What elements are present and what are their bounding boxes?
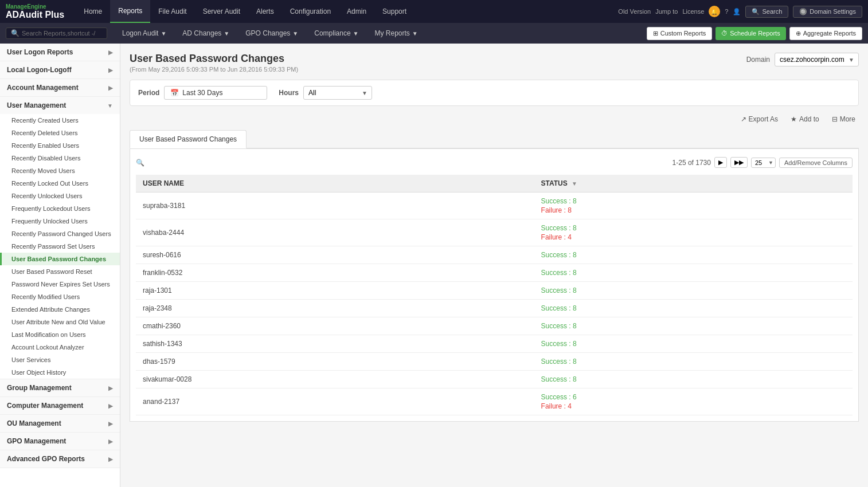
old-version-link[interactable]: Old Version bbox=[618, 8, 651, 15]
custom-reports-button[interactable]: ⊞ Custom Reports bbox=[647, 27, 712, 40]
sidebar-header-ou-mgmt[interactable]: OU Management ▶ bbox=[0, 415, 120, 432]
sidebar-header-user-mgmt[interactable]: User Management ▼ bbox=[0, 97, 120, 114]
nav-file-audit[interactable]: File Audit bbox=[150, 0, 194, 23]
sidebar-item-recently-deleted[interactable]: Recently Deleted Users bbox=[0, 127, 120, 139]
nav-alerts[interactable]: Alerts bbox=[248, 0, 282, 23]
notification-icon[interactable]: 🔔 bbox=[709, 6, 720, 17]
sidebar-item-user-based-pwd-reset[interactable]: User Based Password Reset bbox=[0, 265, 120, 278]
hours-dropdown[interactable]: All bbox=[303, 86, 372, 100]
sidebar-item-user-services[interactable]: User Services bbox=[0, 354, 120, 366]
sidebar-header-user-logon[interactable]: User Logon Reports ▶ bbox=[0, 44, 120, 61]
user-icon[interactable]: 👤 bbox=[733, 8, 741, 15]
nav-admin[interactable]: Admin bbox=[339, 0, 374, 23]
search-box[interactable]: 🔍 bbox=[6, 28, 107, 39]
export-as-button[interactable]: ↗ Export As bbox=[737, 113, 781, 125]
subnav-ad-changes[interactable]: AD Changes ▼ bbox=[175, 23, 236, 44]
sidebar-item-recently-modified[interactable]: Recently Modified Users bbox=[0, 290, 120, 303]
sidebar-header-advanced-gpo[interactable]: Advanced GPO Reports ▶ bbox=[0, 450, 120, 468]
logon-audit-arrow: ▼ bbox=[161, 30, 166, 37]
status-cell: Success : 8 bbox=[541, 340, 846, 348]
nav-support[interactable]: Support bbox=[374, 0, 415, 23]
status-success-text: Success : 8 bbox=[541, 340, 846, 348]
table-row: anand-2137Success : 6Failure : 4 bbox=[136, 388, 853, 415]
status-success-text: Success : 8 bbox=[541, 251, 846, 259]
sidebar-header-group-mgmt[interactable]: Group Management ▶ bbox=[0, 379, 120, 396]
table-tabs: User Based Password Changes bbox=[130, 130, 859, 148]
domain-label: Domain bbox=[746, 56, 770, 64]
content-area: User Based Password Changes (From May 29… bbox=[120, 44, 868, 487]
sidebar-item-account-lockout[interactable]: Account Lockout Analyzer bbox=[0, 341, 120, 354]
license-link[interactable]: License bbox=[682, 8, 704, 15]
action-buttons: ⊞ Custom Reports ⏱ Schedule Reports ⊕ Ag… bbox=[647, 27, 862, 40]
table-header: USER NAME STATUS ▼ bbox=[136, 175, 853, 193]
computer-mgmt-arrow: ▶ bbox=[108, 403, 113, 409]
subnav-gpo-changes[interactable]: GPO Changes ▼ bbox=[238, 23, 305, 44]
sidebar-header-computer-mgmt[interactable]: Computer Management ▶ bbox=[0, 397, 120, 414]
nav-reports[interactable]: Reports bbox=[110, 0, 150, 23]
sidebar-item-recently-enabled[interactable]: Recently Enabled Users bbox=[0, 139, 120, 152]
nav-home[interactable]: Home bbox=[76, 0, 110, 23]
last-page-button[interactable]: ▶▶ bbox=[730, 157, 748, 168]
cell-username: cmathi-2360 bbox=[136, 317, 534, 335]
cell-username: vishaba-2444 bbox=[136, 219, 534, 246]
top-bar: ManageEngine ADAudit Plus Home Reports F… bbox=[0, 0, 868, 23]
sidebar-item-recently-disabled[interactable]: Recently Disabled Users bbox=[0, 152, 120, 164]
nav-configuration[interactable]: Configuration bbox=[282, 0, 339, 23]
status-success-text: Success : 8 bbox=[541, 375, 846, 383]
nav-server-audit[interactable]: Server Audit bbox=[195, 0, 248, 23]
subnav-logon-audit[interactable]: Logon Audit ▼ bbox=[115, 23, 173, 44]
sidebar-item-pwd-never-expires[interactable]: Password Never Expires Set Users bbox=[0, 278, 120, 290]
per-page-select[interactable]: 25 50 100 bbox=[751, 158, 776, 168]
search-input[interactable] bbox=[22, 30, 102, 37]
subnav-my-reports[interactable]: My Reports ▼ bbox=[368, 23, 425, 44]
hours-filter: Hours All bbox=[279, 86, 372, 100]
add-remove-columns-button[interactable]: Add/Remove Columns bbox=[779, 158, 853, 168]
tab-user-based-pwd[interactable]: User Based Password Changes bbox=[130, 130, 247, 148]
sidebar-header-gpo-mgmt[interactable]: GPO Management ▶ bbox=[0, 433, 120, 450]
col-status[interactable]: STATUS ▼ bbox=[534, 175, 853, 193]
sidebar-header-local-logon[interactable]: Local Logon-Logoff ▶ bbox=[0, 61, 120, 78]
calendar-icon: 📅 bbox=[170, 89, 179, 97]
search-button[interactable]: 🔍 Search bbox=[745, 6, 788, 18]
table-row: raja-2348Success : 8 bbox=[136, 300, 853, 317]
sidebar-item-user-object-history[interactable]: User Object History bbox=[0, 366, 120, 379]
cell-status: Success : 8 bbox=[534, 335, 853, 353]
data-table-wrapper: 🔍 1-25 of 1730 ▶ ▶▶ 25 50 100 Add/Remove… bbox=[130, 148, 859, 422]
sidebar-item-last-modification[interactable]: Last Modification on Users bbox=[0, 328, 120, 341]
sidebar-item-recently-locked[interactable]: Recently Locked Out Users bbox=[0, 177, 120, 190]
col-username: USER NAME bbox=[136, 175, 534, 193]
table-row: cmathi-2360Success : 8 bbox=[136, 317, 853, 335]
sidebar-item-user-attr-new-old[interactable]: User Attribute New and Old Value bbox=[0, 316, 120, 328]
status-cell: Success : 8Failure : 4 bbox=[541, 224, 846, 241]
sidebar-header-account-mgmt[interactable]: Account Management ▶ bbox=[0, 79, 120, 96]
cell-username: sivakumar-0028 bbox=[136, 371, 534, 388]
sidebar-item-extended-attr[interactable]: Extended Attribute Changes bbox=[0, 303, 120, 316]
domain-settings-button[interactable]: 🔘 Domain Settings bbox=[793, 6, 862, 18]
period-picker[interactable]: 📅 Last 30 Days bbox=[164, 86, 267, 100]
aggregate-reports-button[interactable]: ⊕ Aggregate Reports bbox=[789, 27, 862, 40]
sidebar-item-recently-pwd-changed[interactable]: Recently Password Changed Users bbox=[0, 227, 120, 240]
sidebar-item-recently-moved[interactable]: Recently Moved Users bbox=[0, 164, 120, 177]
domain-dropdown[interactable]: csez.zohocorpin.com bbox=[775, 53, 859, 66]
help-icon[interactable]: ? bbox=[725, 8, 728, 15]
sidebar-item-freq-lockedout[interactable]: Frequently Lockedout Users bbox=[0, 202, 120, 215]
jump-to-link[interactable]: Jump to bbox=[655, 8, 678, 15]
hours-wrapper: All bbox=[303, 86, 372, 100]
cell-status: Success : 8 bbox=[534, 353, 853, 371]
sidebar-item-user-based-pwd-changes[interactable]: User Based Password Changes bbox=[0, 253, 120, 265]
sidebar-item-freq-unlocked[interactable]: Frequently Unlocked Users bbox=[0, 215, 120, 227]
add-to-button[interactable]: ★ Add to bbox=[787, 113, 823, 125]
logo-area: ManageEngine ADAudit Plus bbox=[6, 3, 64, 20]
schedule-reports-button[interactable]: ⏱ Schedule Reports bbox=[715, 27, 785, 40]
next-page-button[interactable]: ▶ bbox=[714, 157, 727, 168]
sidebar-item-recently-pwd-set[interactable]: Recently Password Set Users bbox=[0, 240, 120, 253]
subnav-compliance[interactable]: Compliance ▼ bbox=[307, 23, 365, 44]
main-layout: User Logon Reports ▶ Local Logon-Logoff … bbox=[0, 44, 868, 487]
cell-username: raja-1301 bbox=[136, 282, 534, 300]
table-header-row: USER NAME STATUS ▼ bbox=[136, 175, 853, 193]
more-button[interactable]: ⊟ More bbox=[828, 113, 859, 125]
cell-username: supraba-3181 bbox=[136, 193, 534, 219]
sidebar-section-user-logon: User Logon Reports ▶ bbox=[0, 44, 120, 61]
sidebar-item-recently-unlocked[interactable]: Recently Unlocked Users bbox=[0, 190, 120, 202]
sidebar-item-recently-created[interactable]: Recently Created Users bbox=[0, 114, 120, 127]
